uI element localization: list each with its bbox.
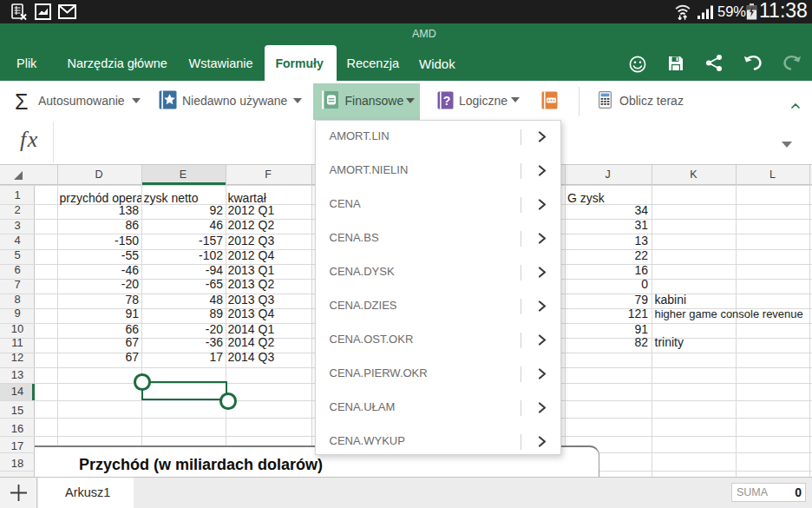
svg-text:?: ? bbox=[442, 93, 450, 107]
